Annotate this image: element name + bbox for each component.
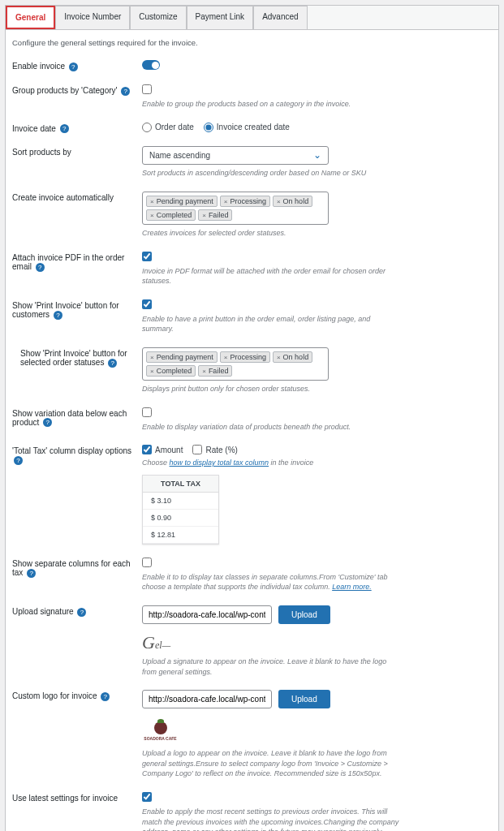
hint-text: Sort products in ascending/descending or… [142, 168, 402, 179]
rate-checkbox[interactable]: Rate (%) [192, 445, 237, 454]
help-icon[interactable]: ? [69, 62, 78, 71]
table-row: $ 12.81 [143, 527, 218, 544]
create-auto-label: Create invoice automatically [12, 192, 142, 202]
print-statuses-tags[interactable]: ×Pending payment ×Processing ×On hold ×C… [142, 347, 329, 381]
help-icon[interactable]: ? [108, 359, 117, 368]
logo-icon [154, 721, 167, 734]
help-icon[interactable]: ? [121, 87, 130, 96]
separate-cols-checkbox[interactable] [142, 558, 152, 567]
remove-icon[interactable]: × [150, 212, 154, 219]
hint-text: Enable it to to display tax classes in s… [142, 572, 402, 592]
create-auto-tags[interactable]: ×Pending payment ×Processing ×On hold ×C… [142, 192, 329, 225]
tax-column-link[interactable]: how to display total tax column [170, 459, 269, 467]
help-icon[interactable]: ? [27, 569, 36, 578]
remove-icon[interactable]: × [202, 212, 206, 219]
tab-invoice-number[interactable]: Invoice Number [55, 6, 130, 29]
help-icon[interactable]: ? [36, 263, 45, 272]
remove-icon[interactable]: × [150, 368, 154, 375]
group-products-checkbox[interactable] [142, 84, 152, 94]
settings-panel: General Invoice Number Customize Payment… [5, 5, 499, 831]
radio-invoice-created-date[interactable]: Invoice created date [204, 123, 290, 132]
table-header: TOTAL TAX [143, 476, 218, 493]
group-products-label: Group products by 'Category' ? [12, 84, 142, 96]
remove-icon[interactable]: × [224, 198, 228, 205]
tab-general[interactable]: General [6, 6, 55, 29]
tab-payment-link[interactable]: Payment Link [187, 6, 254, 29]
upload-logo-button[interactable]: Upload [278, 690, 330, 708]
variation-label: Show variation data below each product ? [12, 407, 142, 428]
hint-text: Enable to display variation data of prod… [142, 422, 402, 433]
learn-more-link[interactable]: Learn more. [332, 583, 372, 591]
upload-signature-button[interactable]: Upload [278, 605, 330, 624]
help-icon[interactable]: ? [77, 608, 86, 617]
remove-icon[interactable]: × [150, 354, 154, 361]
remove-icon[interactable]: × [277, 198, 281, 205]
tag[interactable]: ×Processing [220, 351, 270, 363]
remove-icon[interactable]: × [150, 198, 154, 205]
intro-text: Configure the general settings required … [6, 30, 498, 54]
latest-settings-checkbox[interactable] [142, 792, 152, 802]
hint-text: Displays print button only for chosen or… [142, 384, 402, 394]
hint-text: Creates invoices for selected order stat… [142, 228, 402, 239]
signature-preview: Gel— [142, 632, 492, 653]
tax-preview-table: TOTAL TAX $ 3.10 $ 0.90 $ 12.81 [142, 475, 219, 545]
show-print-label: Show 'Print Invoice' button for customer… [12, 299, 142, 320]
show-print-checkbox[interactable] [142, 299, 152, 309]
hint-text: Choose how to display total tax column i… [142, 458, 402, 468]
hint-text: Enable to have a print button in the ord… [142, 314, 402, 334]
tag[interactable]: ×Failed [198, 209, 232, 221]
hint-text: Enable to group the products based on a … [142, 99, 402, 110]
sort-products-select[interactable]: Name ascending [142, 146, 329, 165]
tag[interactable]: ×Pending payment [146, 351, 218, 363]
tag[interactable]: ×On hold [273, 351, 312, 363]
help-icon[interactable]: ? [54, 311, 62, 320]
remove-icon[interactable]: × [277, 354, 281, 361]
logo-url-input[interactable] [142, 690, 272, 708]
remove-icon[interactable]: × [224, 354, 228, 361]
print-statuses-label: Show 'Print Invoice' button for selected… [20, 347, 142, 368]
invoice-date-label: Invoice date ? [12, 123, 142, 134]
help-icon[interactable]: ? [43, 418, 52, 427]
tag[interactable]: ×Processing [220, 196, 270, 207]
sort-products-label: Sort products by [12, 146, 142, 157]
attach-pdf-label: Attach invoice PDF in the order email ? [12, 252, 142, 272]
tag[interactable]: ×Pending payment [146, 196, 218, 207]
help-icon[interactable]: ? [60, 124, 69, 133]
remove-icon[interactable]: × [202, 368, 206, 375]
variation-checkbox[interactable] [142, 407, 152, 417]
radio-order-date[interactable]: Order date [142, 123, 194, 132]
tag[interactable]: ×Completed [146, 365, 196, 377]
help-icon[interactable]: ? [101, 692, 110, 701]
attach-pdf-checkbox[interactable] [142, 252, 152, 261]
tag[interactable]: ×Completed [146, 209, 196, 221]
enable-invoice-label: Enable invoice ? [12, 60, 142, 71]
tag[interactable]: ×On hold [273, 196, 312, 207]
help-icon[interactable]: ? [14, 456, 23, 465]
amount-checkbox[interactable]: Amount [142, 445, 183, 454]
hint-text: Invoice in PDF format will be attached w… [142, 266, 402, 286]
logo-preview: SOADORA CAFE [142, 717, 179, 745]
enable-invoice-toggle[interactable] [142, 60, 160, 70]
tab-customize[interactable]: Customize [130, 6, 186, 29]
separate-cols-label: Show separate columns for each tax ? [12, 558, 142, 578]
latest-settings-label: Use latest settings for invoice [12, 792, 142, 803]
tabs: General Invoice Number Customize Payment… [6, 6, 498, 30]
hint-text: Upload a signature to appear on the invo… [142, 657, 402, 677]
hint-text: Enable to apply the most recent settings… [142, 807, 402, 831]
custom-logo-label: Custom logo for invoice ? [12, 690, 142, 701]
tab-advanced[interactable]: Advanced [253, 6, 307, 29]
hint-text: Upload a logo to appear on the invoice. … [142, 748, 402, 779]
table-row: $ 0.90 [143, 510, 218, 527]
tag[interactable]: ×Failed [198, 365, 232, 377]
signature-url-input[interactable] [142, 605, 272, 624]
table-row: $ 3.10 [143, 493, 218, 510]
upload-sig-label: Upload signature ? [12, 605, 142, 617]
total-tax-label: 'Total Tax' column display options ? [12, 445, 142, 465]
